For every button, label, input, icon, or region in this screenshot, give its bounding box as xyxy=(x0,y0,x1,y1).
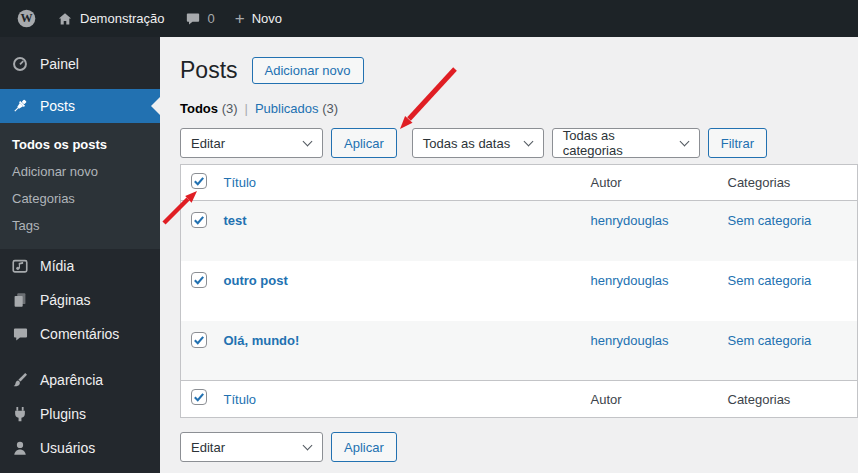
column-footer-author: Autor xyxy=(581,381,718,418)
sidebar-item-label: Aparência xyxy=(40,372,103,388)
comments-icon xyxy=(10,324,30,344)
sidebar-item-comments[interactable]: Comentários xyxy=(0,317,160,351)
new-content-menu[interactable]: + Novo xyxy=(225,0,292,37)
svg-text:W: W xyxy=(20,11,32,25)
add-new-post-button[interactable]: Adicionar novo xyxy=(252,57,364,84)
posts-list-page: Posts Adicionar novo Todos (3)|Publicado… xyxy=(160,37,858,473)
sidebar-item-label: Usuários xyxy=(40,440,95,456)
post-author-link[interactable]: henrydouglas xyxy=(591,333,669,348)
views-filter-links: Todos (3)|Publicados (3) xyxy=(180,101,858,116)
sidebar-item-plugins[interactable]: Plugins xyxy=(0,397,160,431)
sidebar-item-label: Páginas xyxy=(40,292,91,308)
table-footer-row: Título Autor Categorias xyxy=(181,381,858,418)
submenu-item-all-posts[interactable]: Todos os posts xyxy=(0,131,160,158)
sidebar-item-label: Painel xyxy=(40,56,79,72)
pushpin-icon xyxy=(10,96,30,116)
sidebar-item-users[interactable]: Usuários xyxy=(0,431,160,465)
date-filter-select[interactable]: Todas as datas xyxy=(412,128,544,158)
submenu-item-add-new[interactable]: Adicionar novo xyxy=(0,158,160,185)
dashboard-icon xyxy=(10,54,30,74)
category-filter-value: Todas as categorias xyxy=(563,128,673,158)
bulk-action-select[interactable]: Editar xyxy=(180,128,323,158)
sidebar-item-appearance[interactable]: Aparência xyxy=(0,363,160,397)
post-category-link[interactable]: Sem categoria xyxy=(728,273,812,288)
bulk-action-select-bottom[interactable]: Editar xyxy=(180,432,323,462)
post-category-link[interactable]: Sem categoria xyxy=(728,213,812,228)
chevron-down-icon xyxy=(523,137,533,147)
post-title-link[interactable]: test xyxy=(224,213,247,228)
post-title-link[interactable]: Olá, mundo! xyxy=(224,333,300,348)
row-checkbox[interactable] xyxy=(191,212,207,228)
post-category-link[interactable]: Sem categoria xyxy=(728,333,812,348)
appearance-brush-icon xyxy=(10,370,30,390)
posts-submenu: Todos os posts Adicionar novo Categorias… xyxy=(0,123,160,249)
column-footer-categories: Categorias xyxy=(718,381,858,418)
bulk-action-value: Editar xyxy=(191,136,225,151)
date-filter-value: Todas as datas xyxy=(423,136,510,151)
category-filter-select[interactable]: Todas as categorias xyxy=(552,128,700,158)
sidebar-item-label: Plugins xyxy=(40,406,86,422)
post-title-link[interactable]: outro post xyxy=(224,273,288,288)
pages-icon xyxy=(10,290,30,310)
posts-table: Título Autor Categorias test henrydougla… xyxy=(180,164,858,418)
tablenav-top: Editar Aplicar Todas as datas Todas as c… xyxy=(180,128,858,158)
home-icon xyxy=(57,11,73,27)
column-header-author: Autor xyxy=(581,165,718,201)
sidebar-separator xyxy=(0,351,160,363)
site-name: Demonstração xyxy=(80,11,165,26)
column-footer-title[interactable]: Título xyxy=(224,392,257,407)
view-published-count: (3) xyxy=(322,101,338,116)
sidebar-item-label: Comentários xyxy=(40,326,119,342)
submenu-item-categories[interactable]: Categorias xyxy=(0,185,160,212)
post-author-link[interactable]: henrydouglas xyxy=(591,273,669,288)
admin-sidebar: Painel Posts Todos os posts Adicionar no… xyxy=(0,37,160,473)
comments-count: 0 xyxy=(208,11,215,26)
bulk-action-value: Editar xyxy=(191,440,225,455)
site-name-menu[interactable]: Demonstração xyxy=(47,0,175,37)
tablenav-bottom: Editar Aplicar xyxy=(180,432,858,462)
sidebar-item-pages[interactable]: Páginas xyxy=(0,283,160,317)
wordpress-logo-icon: W xyxy=(16,8,37,29)
sidebar-item-label: Mídia xyxy=(40,258,74,274)
sidebar-item-media[interactable]: Mídia xyxy=(0,249,160,283)
users-icon xyxy=(10,438,30,458)
apply-button-bottom[interactable]: Aplicar xyxy=(331,432,397,462)
sidebar-item-dashboard[interactable]: Painel xyxy=(0,47,160,81)
view-all-label: Todos xyxy=(180,101,218,116)
admin-bar: W Demonstração 0 + Novo xyxy=(0,0,858,37)
comment-bubble-icon xyxy=(185,11,201,27)
select-all-checkbox[interactable] xyxy=(191,173,207,189)
column-header-title[interactable]: Título xyxy=(224,175,257,190)
column-header-categories: Categorias xyxy=(718,165,858,201)
sidebar-item-label: Posts xyxy=(40,98,75,114)
chevron-down-icon xyxy=(303,137,313,147)
comments-menu[interactable]: 0 xyxy=(175,0,225,37)
page-title: Posts xyxy=(180,56,238,85)
view-all-link[interactable]: Todos (3) xyxy=(180,101,238,116)
table-header-row: Título Autor Categorias xyxy=(181,165,858,201)
plus-icon: + xyxy=(235,10,245,27)
select-all-checkbox-bottom[interactable] xyxy=(191,389,207,405)
chevron-down-icon xyxy=(303,441,313,451)
post-author-link[interactable]: henrydouglas xyxy=(591,213,669,228)
view-published-link[interactable]: Publicados (3) xyxy=(255,101,338,116)
table-row: outro post henrydouglas Sem categoria xyxy=(181,261,858,321)
row-checkbox[interactable] xyxy=(191,272,207,288)
filter-button[interactable]: Filtrar xyxy=(708,128,767,158)
media-icon xyxy=(10,256,30,276)
submenu-item-tags[interactable]: Tags xyxy=(0,212,160,239)
row-checkbox[interactable] xyxy=(191,332,207,348)
apply-button[interactable]: Aplicar xyxy=(331,128,397,158)
chevron-down-icon xyxy=(679,137,689,147)
table-row: Olá, mundo! henrydouglas Sem categoria xyxy=(181,321,858,381)
plugin-icon xyxy=(10,404,30,424)
view-published-label: Publicados xyxy=(255,101,319,116)
view-all-count: (3) xyxy=(222,101,238,116)
table-row: test henrydouglas Sem categoria xyxy=(181,201,858,261)
sidebar-item-posts[interactable]: Posts xyxy=(0,89,160,123)
views-separator: | xyxy=(245,101,248,116)
wordpress-menu[interactable]: W xyxy=(6,0,47,37)
new-label: Novo xyxy=(252,11,282,26)
